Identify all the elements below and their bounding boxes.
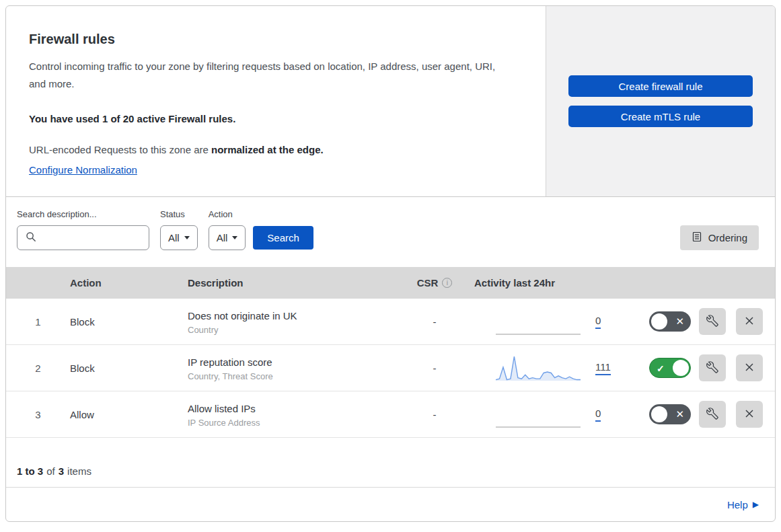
rule-match-fields: IP Source Address [188,418,406,428]
actions-panel: Create firewall rule Create mTLS rule [546,6,775,196]
normalization-line: URL-encoded Requests to this zone are no… [29,142,519,178]
page-description: Control incoming traffic to your zone by… [29,58,513,93]
action-column-header: Action [70,277,188,289]
rule-enabled-toggle[interactable]: ✓ ✕ [649,404,691,424]
usage-notice: You have used 1 of 20 active Firewall ru… [29,113,519,124]
rule-csr-value: - [411,363,458,374]
rule-description-cell: Does not originate in UK Country [188,309,411,335]
activity-count-link[interactable]: 111 [595,361,611,375]
rule-csr-value: - [411,409,458,420]
status-label: Status [160,209,198,219]
rule-match-fields: Country [188,325,406,335]
x-mark-icon: ✕ [675,404,684,424]
caret-down-icon [184,236,190,239]
rule-csr-value: - [411,316,458,328]
search-label: Search description... [17,209,149,219]
x-icon [744,315,755,328]
search-input[interactable] [42,231,142,244]
ordering-button-label: Ordering [708,232,747,243]
pagination-summary: 1 to 3 of 3 items [6,438,775,488]
activity-column-header: Activity last 24hr [458,277,620,289]
rule-enabled-toggle[interactable]: ✓ ✕ [649,311,691,332]
pagination-total: 3 [59,465,64,477]
edit-rule-button[interactable] [699,401,726,428]
rule-priority: 3 [6,409,70,420]
page-title: Firewall rules [29,32,519,47]
rule-description-cell: IP reputation score Country, Threat Scor… [188,355,411,381]
search-button[interactable]: Search [253,226,313,250]
rule-description: Allow listed IPs [188,402,406,416]
x-icon [744,362,755,375]
info-circle-icon[interactable]: i [442,278,452,288]
rule-controls-cell: ✓ ✕ [620,308,775,335]
activity-sparkline [494,307,582,336]
activity-count-link[interactable]: 0 [595,408,601,422]
rule-match-fields: Country, Threat Score [188,371,406,381]
pagination-items: items [67,465,91,477]
action-field-group: Action All [209,209,246,250]
search-box[interactable] [17,225,149,250]
toggle-knob [651,313,667,330]
rule-description: IP reputation score [188,355,406,369]
rule-priority: 2 [6,363,70,374]
delete-rule-button[interactable] [736,308,763,335]
rule-enabled-toggle[interactable]: ✓ ✕ [649,358,691,378]
pagination-of: of [46,465,55,477]
status-dropdown[interactable]: All [160,225,198,250]
delete-rule-button[interactable] [736,354,763,381]
csr-header-label: CSR [417,277,439,289]
description-column-header: Description [188,277,411,289]
rule-description-cell: Allow listed IPs IP Source Address [188,402,411,428]
wrench-icon [706,361,718,375]
ordering-button[interactable]: Ordering [680,225,759,250]
header-section: Firewall rules Control incoming traffic … [6,6,775,197]
toggle-knob [673,360,689,376]
rule-description: Does not originate in UK [188,309,406,323]
rule-activity-cell: 0 [458,400,620,428]
wrench-icon [706,315,718,329]
filter-bar: Search description... Status All Action … [6,197,775,267]
caret-down-icon [232,236,237,239]
help-row: Help ▶ [6,488,775,521]
action-label: Action [209,209,246,219]
configure-normalization-link[interactable]: Configure Normalization [29,162,137,178]
rule-action: Allow [70,409,188,420]
create-mtls-rule-button[interactable]: Create mTLS rule [568,106,753,127]
normalization-bold-text: normalized at the edge. [211,144,324,155]
wrench-icon [706,408,718,422]
delete-rule-button[interactable] [736,401,763,428]
edit-rule-button[interactable] [699,354,726,381]
rule-priority: 1 [6,316,70,328]
table-row: 3 Allow Allow listed IPs IP Source Addre… [6,391,775,438]
action-dropdown[interactable]: All [209,225,246,250]
activity-sparkline [494,400,582,428]
rule-activity-cell: 111 [458,354,620,382]
rule-controls-cell: ✓ ✕ [620,354,775,381]
caret-right-icon: ▶ [753,500,759,508]
check-mark-icon: ✓ [657,358,665,379]
firewall-rules-card: Firewall rules Control incoming traffic … [5,5,776,522]
search-field-group: Search description... [17,209,149,250]
magnifier-icon [26,231,36,245]
toggle-knob [651,406,667,422]
help-link-label: Help [727,499,748,510]
header-text-block: Firewall rules Control incoming traffic … [6,6,546,196]
rule-action: Block [70,316,188,328]
table-row: 2 Block IP reputation score Country, Thr… [6,345,775,391]
create-firewall-rule-button[interactable]: Create firewall rule [568,75,753,97]
rule-action: Block [70,363,188,374]
rule-controls-cell: ✓ ✕ [620,401,775,428]
table-header-row: Action Description CSRi Activity last 24… [6,267,775,299]
action-dropdown-value: All [217,232,228,243]
table-row: 1 Block Does not originate in UK Country… [6,299,775,345]
x-mark-icon: ✕ [675,311,684,332]
csr-column-header: CSRi [411,277,458,289]
normalization-text: URL-encoded Requests to this zone are [29,144,211,155]
pagination-range: 1 to 3 [17,465,43,477]
rule-activity-cell: 0 [458,307,620,336]
status-dropdown-value: All [168,232,180,243]
activity-count-link[interactable]: 0 [595,315,601,329]
activity-sparkline [494,354,582,382]
edit-rule-button[interactable] [699,308,726,335]
help-link[interactable]: Help ▶ [727,499,759,510]
